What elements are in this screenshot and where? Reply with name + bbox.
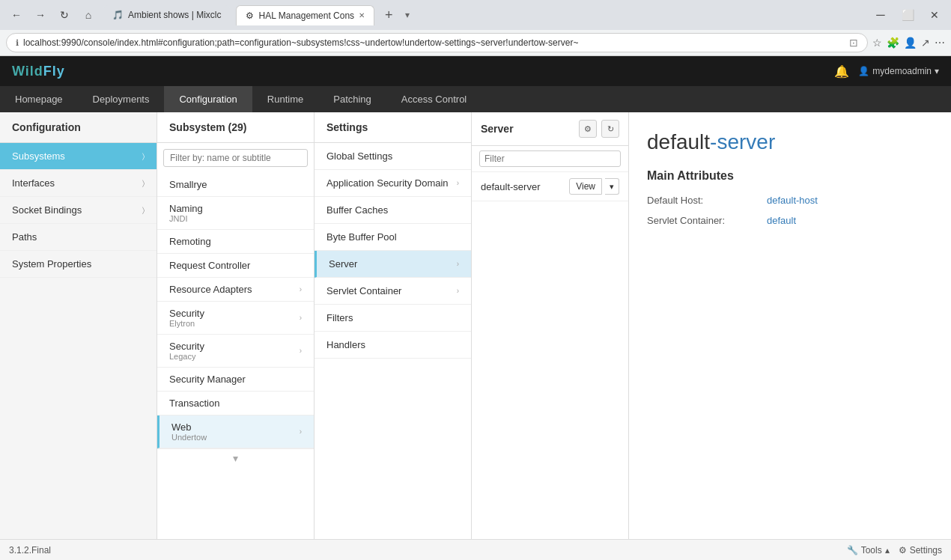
detail-title-part1: default [647, 130, 710, 153]
sidebar-item-label: Interfaces [12, 177, 55, 189]
settings-item-label: Buffer Caches [326, 204, 388, 216]
nav-configuration[interactable]: Configuration [164, 86, 252, 112]
extensions-icon[interactable]: 🧩 [887, 37, 899, 49]
restore-button[interactable]: ⬜ [897, 4, 918, 25]
subsystem-item-remoting[interactable]: Remoting [157, 230, 314, 254]
sidebar-item-paths[interactable]: Paths [0, 224, 157, 251]
chevron-right-icon: › [300, 347, 302, 355]
subsystem-item-security-elytron[interactable]: Security Elytron › [157, 302, 314, 335]
nav-runtime[interactable]: Runtime [252, 86, 318, 112]
nav-bar: Homepage Deployments Configuration Runti… [0, 86, 951, 112]
address-input[interactable] [23, 37, 845, 48]
detail-panel: default-server Main Attributes Default H… [629, 112, 951, 539]
notification-icon[interactable]: 🔔 [834, 64, 849, 79]
settings-item-global[interactable]: Global Settings [315, 143, 471, 170]
view-button[interactable]: View [569, 178, 602, 195]
tab-label: HAL Management Cons [258, 10, 354, 21]
subsystem-item-security-legacy[interactable]: Security Legacy › [157, 335, 314, 368]
subsystem-desc: JNDI [169, 214, 203, 223]
detail-title: default-server [647, 130, 933, 154]
subsystem-desc: Undertow [171, 433, 207, 442]
new-tab-button[interactable]: + [380, 7, 398, 23]
detail-value-default-host: default-host [767, 195, 818, 206]
user-icon: 👤 [858, 66, 869, 76]
detail-label-servlet-container: Servlet Container: [647, 215, 767, 226]
bookmark-icon[interactable]: ⊡ [849, 37, 858, 49]
settings-item-handlers[interactable]: Handlers [315, 332, 471, 359]
tab-hal[interactable]: ⚙ HAL Management Cons ✕ [236, 5, 374, 25]
subsystem-item-smallrye[interactable]: Smallrye [157, 173, 314, 197]
back-button[interactable]: ← [6, 4, 27, 25]
server-settings-button[interactable]: ⚙ [579, 120, 597, 138]
subsystem-desc: Elytron [169, 319, 204, 328]
chevron-right-icon: 〉 [142, 179, 145, 188]
subsystem-item-request-controller[interactable]: Request Controller [157, 254, 314, 278]
settings-item-server[interactable]: Server › [315, 251, 471, 278]
tab-ambient[interactable]: 🎵 Ambient shows | Mixclc [103, 5, 230, 25]
share-icon[interactable]: ↗ [921, 37, 930, 49]
chevron-right-icon: › [457, 260, 459, 268]
window-controls: ← → ↻ ⌂ [6, 4, 99, 25]
tools-button[interactable]: 🔧 Tools ▴ [847, 545, 890, 556]
settings-item-filters[interactable]: Filters [315, 305, 471, 332]
tab-close-button[interactable]: ✕ [359, 11, 365, 19]
sidebar-item-system-properties[interactable]: System Properties [0, 251, 157, 278]
nav-deployments[interactable]: Deployments [78, 86, 165, 112]
subsystem-name: Remoting [169, 236, 211, 247]
footer: 3.1.2.Final 🔧 Tools ▴ ⚙ Settings [0, 539, 951, 560]
subsystem-item-resource-adapters[interactable]: Resource Adapters › [157, 278, 314, 302]
address-bar[interactable]: ℹ ⊡ [6, 33, 868, 52]
settings-item-servlet-container[interactable]: Servlet Container › [315, 278, 471, 305]
more-icon[interactable]: ⋯ [935, 37, 945, 49]
view-dropdown-button[interactable]: ▾ [605, 178, 619, 195]
address-bar-row: ℹ ⊡ ☆ 🧩 👤 ↗ ⋯ [0, 30, 951, 55]
user-chevron-icon: ▾ [935, 66, 939, 76]
sidebar-item-label: Subsystems [12, 150, 65, 162]
browser-top-bar: ← → ↻ ⌂ 🎵 Ambient shows | Mixclc ⚙ HAL M… [0, 0, 951, 30]
nav-patching[interactable]: Patching [318, 86, 386, 112]
subsystem-item-naming[interactable]: Naming JNDI [157, 197, 314, 230]
server-panel-title: Server [481, 123, 514, 135]
settings-item-app-security-domain[interactable]: Application Security Domain › [315, 170, 471, 197]
settings-icon: ⚙ [899, 545, 907, 556]
tab-list-button[interactable]: ▾ [402, 10, 413, 20]
subsystem-item-security-manager[interactable]: Security Manager [157, 368, 314, 392]
subsystem-name: Smallrye [169, 179, 207, 190]
nav-homepage[interactable]: Homepage [0, 86, 78, 112]
home-button[interactable]: ⌂ [78, 4, 99, 25]
user-menu[interactable]: 👤 mydemoadmin ▾ [858, 66, 939, 76]
subsystem-name: Security Manager [169, 374, 246, 385]
subsystem-panel-title: Subsystem (29) [157, 112, 314, 143]
subsystem-item-web[interactable]: Web Undertow › [157, 416, 314, 448]
sidebar-item-socket-bindings[interactable]: Socket Bindings 〉 [0, 197, 157, 224]
subsystem-filter-input[interactable] [163, 149, 308, 167]
server-refresh-button[interactable]: ↻ [601, 120, 619, 138]
minimize-button[interactable]: ─ [870, 4, 891, 25]
server-panel-header: Server ⚙ ↻ [472, 112, 628, 146]
settings-item-label: Filters [326, 312, 353, 323]
settings-item-buffer-caches[interactable]: Buffer Caches [315, 197, 471, 224]
forward-button[interactable]: → [30, 4, 51, 25]
app-logo: WildFly [12, 64, 65, 79]
sidebar-item-label: Paths [12, 231, 37, 243]
sidebar-item-subsystems[interactable]: Subsystems 〉 [0, 143, 157, 170]
settings-button[interactable]: ⚙ Settings [899, 545, 942, 556]
bookmark-star-icon[interactable]: ☆ [872, 37, 882, 49]
nav-access-control[interactable]: Access Control [386, 86, 481, 112]
close-button[interactable]: ✕ [924, 4, 945, 25]
subsystem-item-transaction[interactable]: Transaction [157, 392, 314, 416]
app-header-right: 🔔 👤 mydemoadmin ▾ [834, 64, 939, 79]
sidebar-item-interfaces[interactable]: Interfaces 〉 [0, 170, 157, 197]
chevron-right-icon: › [300, 285, 302, 293]
settings-item-label: Server [329, 258, 357, 270]
chevron-right-icon: › [457, 287, 459, 295]
refresh-button[interactable]: ↻ [54, 4, 75, 25]
detail-row-default-host: Default Host: default-host [647, 195, 933, 206]
footer-right: 🔧 Tools ▴ ⚙ Settings [847, 545, 942, 556]
settings-panel: Settings Global Settings Application Sec… [315, 112, 472, 539]
server-filter-input[interactable] [479, 150, 621, 167]
settings-item-byte-buffer-pool[interactable]: Byte Buffer Pool [315, 224, 471, 251]
profile-icon[interactable]: 👤 [904, 37, 917, 49]
configuration-sidebar-title: Configuration [0, 112, 157, 143]
server-panel-icon-buttons: ⚙ ↻ [579, 120, 619, 138]
